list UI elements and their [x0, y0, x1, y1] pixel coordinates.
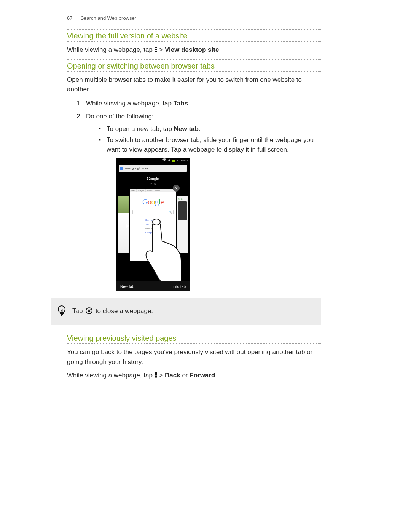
ui-label: Tabs — [174, 100, 188, 107]
svg-rect-2 — [155, 51, 157, 52]
header-section: Search and Web browser — [81, 15, 136, 21]
mini-tabs: Web Images Places News — [130, 189, 176, 192]
text-fragment: . — [215, 372, 217, 379]
page-number: 67 — [67, 15, 79, 21]
phone-illustration: 3:19 PM www.google.com Google 2 / 3 ✕ — [116, 158, 321, 291]
svg-rect-17 — [155, 374, 157, 376]
svg-rect-5 — [135, 222, 137, 229]
bullet-item: To open a new tab, tap New tab. — [99, 125, 321, 134]
url-bar: www.google.com — [119, 165, 187, 172]
htc-logo: hTC — [178, 197, 183, 201]
bullet-list: To open a new tab, tap New tab. To switc… — [99, 125, 321, 154]
status-time: 3:19 PM — [177, 158, 188, 163]
mini-tab: Places — [146, 189, 154, 192]
section-heading-full-version: Viewing the full version of a website — [67, 32, 321, 42]
text-fragment: . — [188, 100, 190, 107]
text-fragment: . — [219, 46, 221, 53]
text-fragment: Tap — [72, 307, 84, 315]
mini-tab: News — [154, 189, 162, 192]
new-tab-button-label: New tab — [120, 283, 134, 290]
step-item: Do one of the following: To open a new t… — [84, 111, 321, 291]
body-text: While viewing a webpage, tap > View desk… — [67, 45, 321, 56]
body-text: Open multiple browser tabs to make it ea… — [67, 75, 321, 94]
mini-tab: Images — [137, 189, 145, 192]
svg-rect-16 — [155, 372, 157, 374]
overflow-menu-icon — [155, 371, 158, 381]
svg-rect-0 — [155, 47, 157, 48]
mini-search-bar: 🔍 — [132, 210, 174, 214]
lightbulb-icon — [57, 311, 66, 318]
close-circle-icon — [85, 307, 93, 316]
section-heading-history: Viewing previously visited pages — [67, 334, 321, 344]
svg-rect-3 — [130, 222, 131, 229]
tab-card-right: hTC — [177, 196, 188, 253]
text-fragment: . — [199, 125, 201, 133]
menu-item-label: Forward — [190, 372, 215, 379]
tabs-bottom-bar: New tab nito tab — [116, 281, 190, 291]
text-fragment: or — [182, 372, 190, 379]
text-fragment: > — [159, 46, 165, 53]
close-tab-icon: ✕ — [173, 185, 180, 192]
favicon-icon — [120, 167, 123, 170]
tip-text: Tap to close a webpage. — [72, 307, 153, 316]
ui-label: New tab — [174, 125, 199, 133]
product-thumbnail — [178, 201, 187, 220]
section-heading-tabs: Opening or switching between browser tab… — [67, 62, 321, 72]
svg-rect-18 — [155, 376, 157, 378]
incognito-tab-label: nito tab — [173, 283, 186, 290]
text-fragment: > — [159, 372, 165, 379]
divider — [67, 29, 321, 30]
svg-rect-4 — [133, 222, 134, 229]
svg-point-8 — [58, 306, 65, 313]
text-fragment: While viewing a webpage, tap — [86, 100, 174, 107]
battery-icon — [172, 160, 175, 162]
running-header: 67 Search and Web browser — [67, 15, 321, 21]
text-fragment: While viewing a webpage, tap — [67, 372, 155, 379]
phone-frame: 3:19 PM www.google.com Google 2 / 3 ✕ — [116, 158, 190, 291]
svg-rect-1 — [155, 49, 157, 50]
text-fragment: While viewing a webpage, tap — [67, 46, 155, 53]
mini-link: Google — [145, 231, 176, 235]
step-item: While viewing a webpage, tap Tabs. — [84, 98, 321, 109]
ordered-steps: While viewing a webpage, tap Tabs. Do on… — [84, 98, 321, 292]
signal-icon — [167, 158, 170, 163]
content-column: 67 Search and Web browser Viewing the fu… — [67, 15, 321, 381]
divider — [67, 59, 321, 60]
bullet-item: To switch to another browser tab, slide … — [99, 136, 321, 154]
current-tab-title: Google — [116, 176, 190, 182]
text-fragment: To open a new tab, tap — [107, 125, 174, 133]
text-fragment: Do one of the following: — [86, 113, 154, 120]
body-text: While viewing a webpage, tap > Back or F… — [67, 371, 321, 381]
svg-rect-6 — [138, 222, 139, 229]
tip-icon-wrap — [51, 305, 72, 318]
search-icon: 🔍 — [169, 210, 172, 214]
google-logo: Google — [130, 195, 176, 208]
document-page: 67 Search and Web browser Viewing the fu… — [0, 0, 411, 381]
swipe-indicator-icon — [125, 221, 151, 231]
overflow-menu-icon — [155, 46, 158, 56]
mini-tab: Web — [130, 189, 137, 192]
body-text: You can go back to the pages you've prev… — [67, 347, 321, 367]
wifi-icon — [162, 158, 166, 163]
menu-item-label: Back — [165, 372, 180, 379]
text-fragment: to close a webpage. — [96, 307, 153, 315]
menu-item-label: View desktop site — [165, 46, 219, 53]
status-bar: 3:19 PM — [116, 158, 190, 163]
tip-callout: Tap to close a webpage. — [51, 298, 321, 325]
url-text: www.google.com — [125, 166, 148, 171]
divider — [67, 332, 321, 332]
